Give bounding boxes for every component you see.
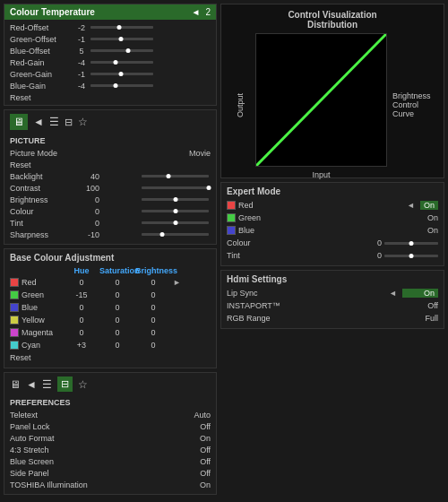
settings2-icon[interactable]: ⊟	[65, 117, 73, 128]
cv-chart-svg	[256, 34, 386, 166]
pic-slider-brightness[interactable]	[142, 198, 209, 201]
ct-header-title: Colour Temperature	[10, 7, 95, 17]
bca-row-red: Red 0 0 0 ►	[10, 276, 211, 289]
picture-reset-row: Reset	[10, 159, 211, 170]
pic-slider-sharpness[interactable]	[142, 233, 209, 236]
pref-row-bluescreen: Blue Screen Off	[10, 455, 211, 467]
pref-row-43stretch: 4:3 Stretch Off	[10, 444, 211, 455]
swatch-red	[10, 278, 19, 287]
star2-icon[interactable]: ☆	[78, 378, 88, 391]
bca-row-green: Green -15 0 0	[10, 289, 211, 301]
ct-thumb-redoffset	[116, 25, 121, 30]
ct-row-greenoffset: Green-Offset -1	[10, 33, 211, 45]
ct-slider-blueoffset[interactable]	[90, 49, 153, 52]
bca-hue-header: Hue	[64, 266, 99, 275]
monitor-icon[interactable]: 🖥	[10, 114, 28, 130]
expert-title: Expert Mode	[227, 186, 438, 196]
ct-row-blueoffset: Blue-Offset 5	[10, 45, 211, 56]
cv-title1: Control Visualization	[288, 10, 376, 20]
expert-slider-tint[interactable]	[384, 255, 438, 257]
bca-header-row: Hue Saturation Brightness	[10, 265, 211, 276]
expert-row-tint: Tint 0	[227, 249, 438, 262]
pref-row-illumination: TOSHIBA Illumination On	[10, 479, 211, 490]
ct-arrow-left[interactable]: ◄	[192, 7, 201, 17]
nav-icons-picture: 🖥 ◄ ☰ ⊟ ☆	[10, 114, 211, 130]
picture-section-header-row: PICTURE	[10, 134, 211, 147]
pic-slider-contrast[interactable]	[142, 186, 209, 189]
pic-row-contrast: Contrast 100	[10, 182, 211, 194]
ct-row-reset: Reset	[10, 91, 211, 103]
expert-swatch-red	[227, 201, 236, 210]
right-column: Control Visualization Distribution Outpu…	[220, 4, 444, 498]
ct-row-redoffset: Red-Offset -2	[10, 22, 211, 33]
bca-reset-row: Reset	[10, 351, 211, 364]
base-colour-panel: Base Colour Adjustment Hue Saturation Br…	[4, 248, 217, 368]
bca-row-blue: Blue 0 0 0	[10, 301, 211, 314]
hdmi-row-rgbrange: RGB Range Full	[227, 312, 438, 325]
expert-row-colour: Colour 0	[227, 237, 438, 249]
expert-row-green: Green On	[227, 212, 438, 224]
ct-thumb-redgain	[114, 60, 118, 65]
ct-slider-bluegain[interactable]	[90, 84, 153, 87]
bca-title: Base Colour Adjustment	[10, 253, 211, 263]
ct-row-greengain: Green-Gain -1	[10, 68, 211, 80]
expert-row-blue: Blue On	[227, 224, 438, 237]
ct-row-redgain: Red-Gain -4	[10, 56, 211, 68]
swatch-cyan	[10, 341, 19, 350]
cv-x-label: Input	[254, 170, 389, 179]
cv-output-label: Output	[227, 31, 254, 179]
nav-icons-pref: 🖥 ◄ ☰ ⊟ ☆	[10, 376, 211, 392]
speaker-icon[interactable]: ◄	[33, 116, 44, 128]
pic-slider-backlight[interactable]	[142, 175, 209, 177]
ct-slider-redgain[interactable]	[90, 61, 153, 64]
speaker2-icon[interactable]: ◄	[26, 378, 37, 391]
ct-slider-greenoffset[interactable]	[90, 38, 153, 40]
colour-temperature-panel: Colour Temperature ◄ 2 Red-Offset -2	[4, 4, 217, 106]
expert-slider-colour[interactable]	[384, 242, 438, 245]
pic-slider-tint[interactable]	[142, 221, 209, 224]
ct-thumb-greenoffset	[118, 37, 123, 41]
expert-mode-panel: Expert Mode Red ◄ On Green On	[220, 182, 444, 266]
pic-row-sharpness: Sharpness -10	[10, 229, 211, 240]
ct-header-value: 2	[205, 7, 211, 17]
control-visualization-panel: Control Visualization Distribution Outpu…	[220, 4, 444, 178]
hdmi-row-lipsync: Lip Sync ◄ On	[227, 287, 438, 299]
bca-row-red-arrow[interactable]: ►	[173, 278, 181, 287]
colour-temperature-header: Colour Temperature ◄ 2	[4, 4, 216, 20]
expert-swatch-blue	[227, 226, 236, 235]
ct-slider-greengain[interactable]	[90, 73, 153, 75]
ct-thumb-greengain	[118, 72, 123, 76]
picture-mode-row: Picture Mode Movie	[10, 147, 211, 159]
ct-body: Red-Offset -2 Green-Offset -1	[4, 20, 216, 105]
menu2-icon[interactable]: ☰	[42, 378, 52, 391]
cv-title2: Distribution	[307, 20, 358, 30]
cv-chart	[255, 33, 387, 167]
bca-row-yellow: Yellow 0 0 0	[10, 314, 211, 326]
swatch-green	[10, 290, 19, 299]
settings3-icon[interactable]: ⊟	[57, 376, 73, 392]
bca-bright-header: Brightness	[135, 266, 171, 275]
cv-chart-area: Output Input Brightness Control Curve	[227, 31, 438, 179]
bca-row-magenta: Magenta 0 0 0	[10, 326, 211, 339]
ct-slider-redoffset[interactable]	[90, 26, 153, 29]
hdmi-settings-panel: Hdmi Settings Lip Sync ◄ On INSTAPORT™ O…	[220, 270, 444, 329]
pic-slider-colour[interactable]	[142, 210, 209, 212]
monitor2-icon[interactable]: 🖥	[10, 378, 21, 391]
ct-row-bluegain: Blue-Gain -4	[10, 80, 211, 91]
pref-row-teletext: Teletext Auto	[10, 409, 211, 420]
svg-line-0	[256, 34, 386, 166]
hdmi-lipsync-value: On	[402, 289, 438, 298]
star-icon[interactable]: ☆	[78, 116, 88, 128]
hdmi-lipsync-arrow-left[interactable]: ◄	[389, 289, 397, 298]
expert-red-arrow-left[interactable]: ◄	[407, 201, 415, 210]
ct-thumb-blueoffset	[126, 48, 131, 53]
pref-row-panellock: Panel Lock Off	[10, 420, 211, 432]
bca-sat-header: Saturation	[99, 266, 135, 275]
menu-icon[interactable]: ☰	[49, 116, 59, 128]
pref-row-sidepanel: Side Panel Off	[10, 467, 211, 479]
left-column: Colour Temperature ◄ 2 Red-Offset -2	[4, 4, 217, 498]
pref-row-autoformat: Auto Format On	[10, 432, 211, 444]
expert-row-red: Red ◄ On	[227, 199, 438, 212]
swatch-blue	[10, 303, 19, 312]
pic-row-tint: Tint 0	[10, 217, 211, 229]
